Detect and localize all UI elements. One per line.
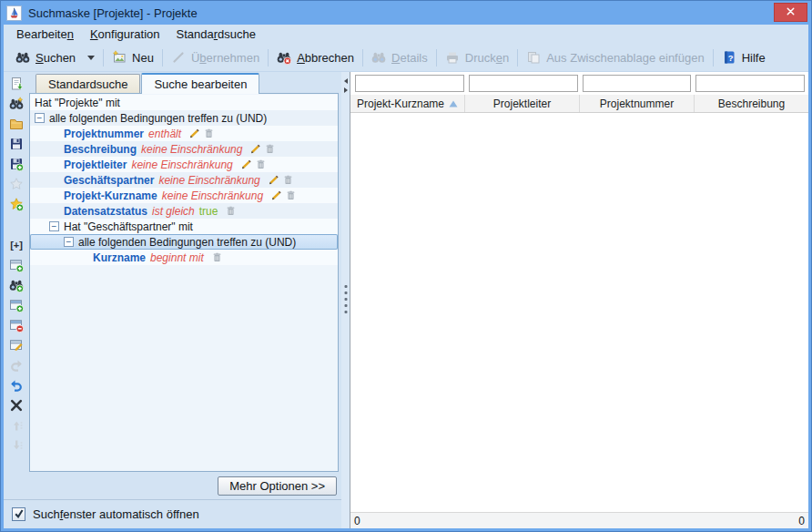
tree-row[interactable]: Kurznamebeginnt mit: [30, 250, 338, 265]
auto-open-checkbox[interactable]: [12, 507, 25, 521]
help-icon: ?: [722, 50, 736, 65]
collapse-left-icon: [344, 78, 348, 84]
splitter-grip-icon[interactable]: [344, 284, 347, 312]
toolbar-button-label: Suchen: [36, 51, 76, 65]
edit-condition-icon[interactable]: [268, 174, 279, 186]
column-header-projektleiter[interactable]: Projektleiter: [465, 95, 580, 112]
toolbar-button-hilfe[interactable]: ?Hilfe: [722, 50, 766, 65]
column-header-projekt-kurzname[interactable]: Projekt-Kurzname: [350, 95, 465, 112]
tab-standardsuche[interactable]: Standardsuche: [36, 74, 140, 93]
tree-row[interactable]: Hat "Projekte" mit: [30, 95, 338, 110]
app-icon: [6, 5, 22, 21]
tree-segment-value: true: [199, 205, 218, 218]
panel-splitter[interactable]: [341, 72, 350, 528]
window-body: BearbeitenKonfigurationStandardsuche Suc…: [4, 25, 808, 528]
toolbar-button-suchen[interactable]: Suchen: [15, 50, 95, 65]
tree-row[interactable]: Beschreibungkeine Einschränkung: [30, 141, 338, 157]
apply-icon: [171, 50, 186, 65]
tree-row[interactable]: Datensatzstatusist gleichtrue: [30, 203, 338, 219]
edit-condition-icon[interactable]: [188, 128, 200, 139]
edit-condition-icon[interactable]: [249, 143, 261, 155]
toolbar-button-drucken: Drucken: [445, 50, 509, 65]
sidebar-button-new-search[interactable]: [8, 96, 25, 111]
tree-row[interactable]: Projekt-Kurznamekeine Einschränkung: [30, 188, 338, 203]
sidebar-button-add-favorite[interactable]: [8, 196, 25, 211]
close-button[interactable]: [774, 3, 807, 22]
edit-condition-icon[interactable]: [240, 159, 252, 170]
delete-condition-icon[interactable]: [255, 159, 267, 170]
tree-segment-field: Datensatzstatus: [64, 205, 147, 218]
toolbar-button-neu[interactable]: Neu: [112, 50, 154, 65]
svg-text:?: ?: [727, 53, 733, 63]
more-options-button[interactable]: Mehr Optionen >>: [218, 476, 337, 496]
sidebar-button-undo[interactable]: [8, 377, 25, 393]
filter-input-beschreibung[interactable]: [695, 75, 805, 92]
tree-row[interactable]: Geschäftspartnerkeine Einschränkung: [30, 172, 338, 188]
toolbar-button-abbrechen[interactable]: Abbrechen: [277, 50, 354, 65]
tree-segment-operator: keine Einschränkung: [131, 159, 232, 171]
sidebar-button-move-down: [8, 437, 25, 453]
delete-condition-icon[interactable]: [225, 205, 237, 217]
dropdown-caret-icon[interactable]: [87, 56, 95, 60]
delete-condition-icon[interactable]: [282, 174, 294, 186]
menu-item-konfiguration[interactable]: Konfiguration: [82, 25, 168, 44]
filter-input-projektleiter[interactable]: [469, 75, 578, 92]
tree-segment-operator: keine Einschränkung: [158, 174, 259, 187]
sort-ascending-icon: [449, 100, 458, 107]
column-header-label: Projekt-Kurzname: [357, 97, 444, 110]
tree-segment-operator: keine Einschränkung: [141, 143, 242, 156]
collapse-expander-icon[interactable]: −: [64, 237, 74, 247]
column-header-projektnummer[interactable]: Projektnummer: [580, 95, 695, 112]
delete-condition-icon[interactable]: [203, 128, 215, 139]
toolbar-separator: [362, 49, 363, 66]
splitter-collapse-arrows[interactable]: [341, 78, 350, 93]
tree-segment-plain: Hat "Projekte" mit: [35, 97, 120, 109]
collapse-expander-icon[interactable]: −: [35, 113, 45, 123]
delete-condition-icon[interactable]: [285, 189, 297, 201]
sidebar-button-expand-all[interactable]: [+]: [8, 237, 25, 252]
collapse-right-icon: [344, 87, 348, 93]
filter-input-projekt-kurzname[interactable]: [355, 75, 464, 92]
sidebar-button-remove-condition[interactable]: [8, 317, 25, 332]
sidebar-button-save-search[interactable]: [8, 136, 25, 151]
tree-row[interactable]: −alle folgenden Bedingungen treffen zu (…: [30, 110, 338, 126]
close-icon: [785, 5, 797, 21]
sidebar-button-save-search-as[interactable]: [8, 156, 25, 171]
tab-suche-bearbeiten[interactable]: Suche bearbeiten: [141, 73, 259, 94]
column-header-label: Projektleiter: [493, 97, 551, 110]
sidebar-button-add-condition[interactable]: [8, 257, 25, 272]
delete-condition-icon[interactable]: [211, 251, 223, 263]
tree-row[interactable]: −Hat "Geschäftspartner" mit: [30, 219, 338, 234]
table-header-row: Projekt-KurznameProjektleiterProjektnumm…: [350, 95, 808, 113]
delete-condition-icon[interactable]: [264, 143, 276, 155]
toolbar-button-label: Übernehmen: [191, 51, 259, 65]
filter-input-projektnummer[interactable]: [583, 75, 692, 92]
tree-row[interactable]: Projektnummerenthält: [30, 126, 338, 141]
column-header-label: Projektnummer: [600, 97, 674, 110]
menu-bar: BearbeitenKonfigurationStandardsuche: [4, 25, 808, 44]
menu-item-standardsuche[interactable]: Standardsuche: [168, 25, 264, 44]
row-count-right: 0: [798, 515, 805, 527]
edit-condition-icon[interactable]: [270, 189, 282, 201]
collapse-expander-icon[interactable]: −: [49, 221, 59, 231]
tree-row[interactable]: Projektleiterkeine Einschränkung: [30, 157, 338, 172]
tab-strip: StandardsucheSuche bearbeiten: [29, 72, 339, 93]
menu-item-bearbeiten[interactable]: Bearbeiten: [8, 25, 82, 44]
toolbar-button-label: Drucken: [465, 51, 509, 65]
side-toolbar: [+]: [4, 72, 29, 499]
search-binoculars-icon: [15, 50, 30, 65]
more-options-row: Mehr Optionen >>: [29, 472, 339, 499]
sidebar-button-add-subcondition[interactable]: [8, 297, 25, 312]
sidebar-button-add-search-link[interactable]: [8, 277, 25, 292]
filter-row: [350, 72, 808, 95]
sidebar-button-edit-condition-window[interactable]: [8, 337, 25, 353]
column-header-beschreibung[interactable]: Beschreibung: [695, 95, 808, 112]
sidebar-button-load-search[interactable]: [8, 76, 25, 91]
sidebar-button-open-search[interactable]: [8, 116, 25, 131]
toolbar-separator: [162, 49, 163, 66]
tree-row[interactable]: −alle folgenden Bedingungen treffen zu (…: [30, 234, 338, 250]
sidebar-button-delete[interactable]: [8, 397, 25, 413]
toolbar-button-label: Details: [391, 51, 428, 65]
sidebar-button-favorite: [8, 176, 25, 191]
title-bar[interactable]: Suchmaske [Projekte] - Projekte: [1, 1, 811, 25]
